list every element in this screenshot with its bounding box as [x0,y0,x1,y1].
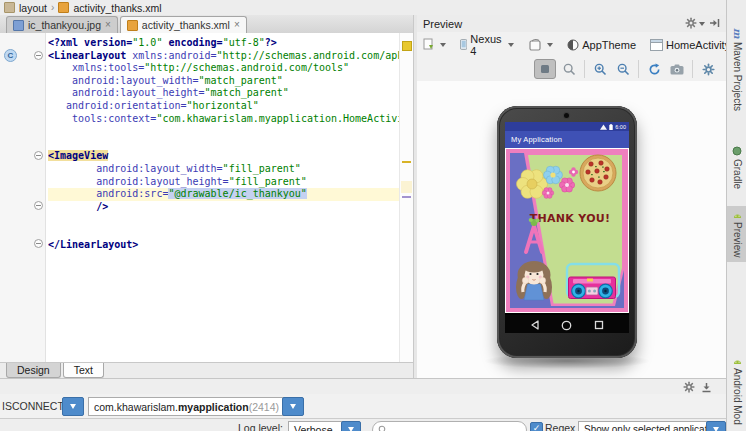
recents-icon [594,320,604,330]
device-dropdown-button[interactable] [62,397,84,416]
orientation-dropdown[interactable] [528,38,553,51]
logcat-search-input[interactable] [372,421,527,431]
svg-text:THANK YOU!: THANK YOU! [530,212,611,225]
logcat-filter-strip: Log level: Verbose ✓ Regex Show only sel… [0,418,726,431]
theme-icon [567,39,579,51]
hide-panel-icon[interactable] [709,18,720,30]
fold-icon[interactable] [34,239,43,248]
code-line [48,125,399,138]
code-editor[interactable]: C <?xml version="1.0" encoding="utf-8"?>… [0,33,413,362]
tab-label: activity_thanks.xml [142,19,230,31]
code-area[interactable]: <?xml version="1.0" encoding="utf-8"?><L… [48,37,399,362]
configuration-icon [422,38,435,51]
fold-icon[interactable] [34,201,43,210]
android-icon [732,210,743,219]
pan-button[interactable] [534,59,556,79]
tab-label: ic_thankyou.jpg [28,19,101,31]
code-line: android:layout_height="match_parent" [48,87,399,100]
tool-tab-maven-projects[interactable]: m Maven Projects [727,24,746,115]
app-bar: My Application [505,131,629,148]
preview-config-toolbar: Nexus 4 AppTheme HomeActivity [417,32,726,58]
status-time: 6:00 [615,124,626,130]
tool-tab-preview[interactable]: Preview [727,206,746,262]
gear-icon[interactable] [685,17,697,31]
tab-activity-thanks-xml[interactable]: activity_thanks.xml × [120,16,247,33]
refresh-button[interactable] [644,60,664,78]
code-line: xmlns:tools="http://schemas.android.com/… [48,62,399,75]
navigation-bar [505,315,629,333]
screenshot-button[interactable] [667,60,687,78]
gear-dropdown-caret[interactable] [699,22,705,26]
code-line: <ImageView [48,150,399,163]
validation-warning-marker[interactable] [402,41,412,51]
xml-file-icon [58,2,69,13]
preview-settings-gear-icon[interactable] [698,60,718,78]
tab-text[interactable]: Text [63,363,104,378]
code-line: <?xml version="1.0" encoding="utf-8"?> [48,37,399,50]
preview-panel: Preview Nexus 4 [417,15,726,378]
folder-icon [4,2,15,13]
android-studio-window: layout › activity_thanks.xml ic_thankyou… [0,0,746,431]
gradle-icon [732,146,742,156]
code-line [48,226,399,239]
breadcrumb-file[interactable]: activity_thanks.xml [73,2,161,14]
process-prefix: com.khawarislam. [94,401,178,413]
zoom-out-button[interactable] [613,60,633,78]
search-icon [378,425,388,431]
code-line: android:src="@drawable/ic_thankyou" [48,188,399,201]
logcat-filter-dropdown-button[interactable] [706,421,726,431]
xml-file-icon [127,20,138,31]
configuration-dropdown[interactable] [422,38,446,51]
close-icon[interactable]: × [105,20,111,30]
theme-dropdown[interactable]: AppTheme [567,39,636,51]
editor-tab-bar: ic_thankyou.jpg × activity_thanks.xml × [0,15,419,34]
preview-canvas[interactable]: 6:00 My Application [417,81,726,378]
thankyou-card-image: THANK YOU! [505,148,629,313]
code-line: tools:context="com.khawarislam.myapplica… [48,113,399,126]
class-indicator-icon[interactable]: C [4,49,17,62]
phone-icon [460,38,467,51]
process-combo[interactable]: com.khawarislam.myapplication (2414) [DE… [88,397,292,416]
device-screen: 6:00 My Application [505,122,629,333]
fold-icon[interactable] [34,51,43,60]
tool-tab-android-model[interactable]: Android Mod [727,352,746,429]
logcat-filter-select[interactable]: Show only selected application [578,421,720,431]
front-camera-dot [564,113,569,118]
code-line [48,138,399,151]
image-file-icon [13,20,24,31]
warning-marker[interactable] [402,161,411,163]
breadcrumb-layout[interactable]: layout [19,2,47,14]
ddms-device-strip: ISCONNECTED] com.khawarislam.myapplicati… [0,394,726,418]
error-stripe[interactable] [399,33,413,362]
breadcrumb: layout › activity_thanks.xml [0,0,730,16]
zoom-actual-size-button[interactable] [559,60,579,78]
log-level-dropdown-button[interactable] [341,421,361,431]
preview-title: Preview [423,18,462,30]
code-line: android:orientation="horizontal" [48,100,399,113]
minimize-panel-icon[interactable] [701,382,712,395]
close-icon[interactable]: × [234,20,240,30]
gear-icon[interactable] [683,381,695,395]
editor-gutter: C [0,33,46,362]
process-name: myapplication [178,401,249,413]
selection-marker [402,196,411,198]
editor-mode-tabs: Design Text [0,362,419,379]
tab-design[interactable]: Design [6,363,61,378]
home-icon [561,320,572,331]
tool-tab-gradle[interactable]: Gradle [727,142,746,193]
fold-icon[interactable] [34,151,43,160]
device-dropdown[interactable]: Nexus 4 [460,33,514,57]
code-line: android:layout_width="fill_parent" [48,163,399,176]
zoom-in-button[interactable] [590,60,610,78]
current-line-marker [401,181,412,193]
process-dropdown-button[interactable] [282,397,304,416]
nexus4-device-frame: 6:00 My Application [497,106,637,358]
tab-ic-thankyou-jpg[interactable]: ic_thankyou.jpg × [6,16,118,33]
preview-zoom-toolbar [417,57,726,82]
activity-icon [650,39,663,51]
maven-icon: m [732,28,743,39]
regex-checkbox[interactable]: ✓ [530,422,543,431]
code-line: </LinearLayout> [48,239,399,252]
monitor-toolbar-strip [0,378,726,395]
chevron-right-icon: › [51,2,54,13]
